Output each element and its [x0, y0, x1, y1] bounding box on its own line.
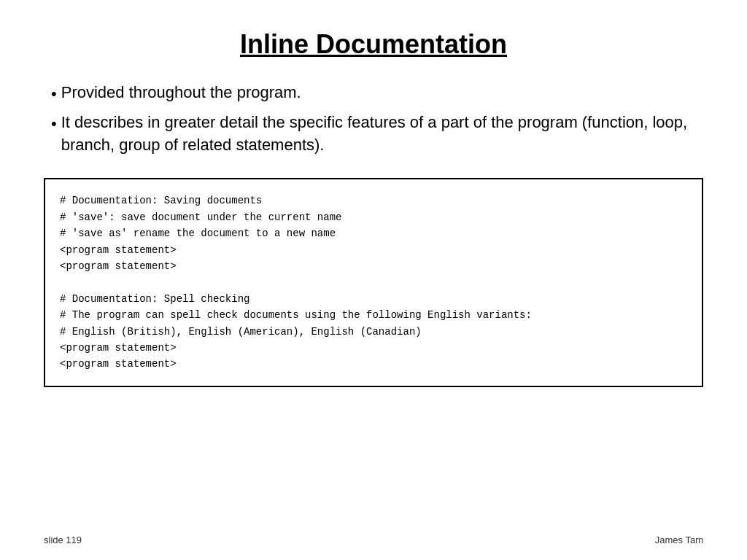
slide-author: James Tam: [655, 534, 703, 545]
slide-title: Inline Documentation: [44, 29, 703, 60]
slide-number: slide 119: [44, 534, 82, 545]
bullet-text-1: Provided throughout the program.: [61, 82, 703, 104]
bullet-dot-2: •: [51, 113, 57, 136]
code-block: # Documentation: Saving documents # 'sav…: [44, 178, 703, 386]
slide-container: Inline Documentation • Provided througho…: [0, 0, 747, 560]
bullet-item-1: • Provided throughout the program.: [51, 82, 703, 106]
bullet-text-2: It describes in greater detail the speci…: [61, 112, 703, 157]
bullet-section: • Provided throughout the program. • It …: [44, 82, 703, 156]
bullet-dot-1: •: [51, 83, 57, 106]
slide-footer: slide 119 James Tam: [44, 534, 703, 545]
bullet-item-2: • It describes in greater detail the spe…: [51, 112, 703, 157]
